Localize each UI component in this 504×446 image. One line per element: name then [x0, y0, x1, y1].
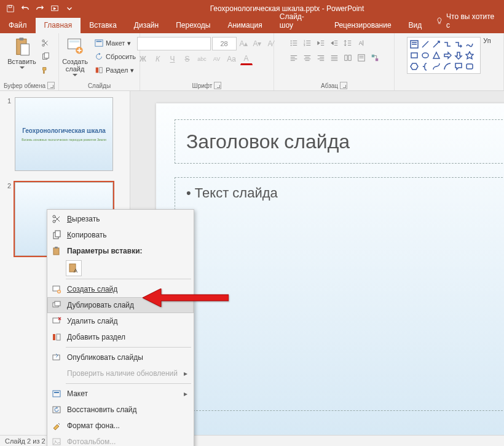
format-painter-button[interactable] — [39, 64, 52, 76]
ctx-copy[interactable]: Копировать — [47, 227, 194, 243]
shape-curve-icon[interactable] — [431, 61, 442, 72]
copy-button[interactable] — [39, 50, 52, 63]
new-slide-button[interactable]: Создать слайд — [60, 37, 90, 76]
duplicate-icon — [51, 300, 62, 311]
ctx-check-updates: Проверить наличие обновлений ▸ — [47, 365, 194, 381]
section-button[interactable]: Раздел▾ — [92, 64, 138, 76]
tab-review[interactable]: Рецензирование — [326, 18, 400, 33]
font-name-combo[interactable] — [137, 37, 211, 50]
shape-action-icon[interactable] — [464, 61, 475, 72]
align-center-button[interactable] — [301, 52, 313, 64]
layout-button[interactable]: Макет▾ — [92, 37, 138, 49]
photo-album-icon — [51, 436, 62, 446]
svg-rect-4 — [20, 44, 29, 55]
shape-arc-icon[interactable] — [442, 61, 453, 72]
svg-rect-27 — [411, 53, 417, 58]
font-size-combo[interactable]: 28 — [212, 37, 237, 50]
svg-rect-60 — [53, 391, 60, 397]
shape-elbow-arrow-icon[interactable] — [453, 39, 464, 50]
paragraph-dialog-launcher[interactable] — [340, 82, 347, 89]
smartart-button[interactable] — [369, 52, 381, 64]
qat-customize-button[interactable] — [63, 2, 76, 15]
ctx-delete-slide[interactable]: Удалить слайд — [47, 313, 194, 329]
columns-button[interactable] — [342, 52, 354, 64]
increase-font-button[interactable]: A▴ — [238, 38, 250, 50]
shape-free-line-icon[interactable] — [464, 39, 475, 50]
align-left-button[interactable] — [288, 52, 300, 64]
tab-view[interactable]: Вид — [400, 18, 431, 33]
ribbon-tabs: Файл Главная Вставка Дизайн Переходы Ани… — [0, 17, 504, 33]
paste-button[interactable]: Вставить — [7, 37, 37, 69]
bullets-button[interactable] — [288, 37, 300, 49]
bold-button[interactable]: Ж — [137, 53, 149, 65]
tab-slideshow[interactable]: Слайд-шоу — [271, 9, 326, 33]
svg-rect-15 — [100, 68, 102, 73]
ctx-restore-slide[interactable]: Восстановить слайд — [47, 402, 194, 418]
underline-button[interactable]: Ч — [167, 53, 179, 65]
ctx-publish-slides[interactable]: Опубликовать слайды — [47, 349, 194, 365]
shape-brace-icon[interactable] — [420, 61, 431, 72]
svg-rect-10 — [69, 41, 79, 42]
ctx-format-background[interactable]: Формат фона... — [47, 418, 194, 434]
align-text-button[interactable] — [355, 52, 368, 64]
shape-down-arrow-icon[interactable] — [453, 50, 464, 61]
tab-design[interactable]: Дизайн — [125, 18, 167, 33]
numbering-button[interactable]: 123 — [301, 37, 313, 49]
start-from-beginning-button[interactable] — [48, 2, 61, 15]
delete-icon — [51, 316, 62, 327]
reset-button[interactable]: Сбросить — [92, 50, 138, 63]
save-button[interactable] — [4, 2, 17, 15]
thumbnail-1-preview[interactable]: Геохронологическая шкала Восемь основных… — [15, 97, 113, 171]
new-slide-icon — [51, 284, 62, 295]
tab-home[interactable]: Главная — [36, 18, 81, 33]
ctx-add-section[interactable]: Добавить раздел — [47, 329, 194, 345]
undo-button[interactable] — [18, 2, 32, 15]
title-placeholder[interactable]: Заголовок слайда — [175, 119, 504, 164]
tab-animations[interactable]: Анимация — [219, 18, 270, 33]
tell-me-search[interactable]: Что вы хотите с — [430, 12, 504, 33]
section-icon — [51, 332, 62, 343]
svg-rect-8 — [44, 53, 49, 58]
font-color-button[interactable]: A — [240, 53, 253, 65]
text-direction-button[interactable]: A — [355, 37, 368, 49]
change-case-button[interactable]: Aa — [226, 53, 238, 65]
shape-connector-icon[interactable] — [442, 39, 453, 50]
decrease-font-button[interactable]: A▾ — [251, 38, 264, 50]
decrease-indent-button[interactable] — [315, 37, 327, 49]
shape-rect-icon[interactable] — [409, 50, 420, 61]
justify-button[interactable] — [328, 52, 341, 64]
align-right-button[interactable] — [315, 52, 327, 64]
ribbon: Вставить Буфер обмена Создать слайд Маке… — [0, 33, 504, 91]
shape-callout-icon[interactable] — [453, 61, 464, 72]
tab-insert[interactable]: Вставка — [81, 18, 125, 33]
text-shadow-button[interactable]: abc — [196, 53, 208, 65]
clipboard-dialog-launcher[interactable] — [47, 82, 55, 89]
strikethrough-button[interactable]: S — [181, 53, 194, 65]
font-dialog-launcher[interactable] — [214, 82, 221, 89]
svg-rect-57 — [53, 334, 55, 340]
italic-button[interactable]: К — [152, 53, 164, 65]
tab-transitions[interactable]: Переходы — [167, 18, 219, 33]
shape-hexagon-icon[interactable] — [409, 61, 420, 72]
char-spacing-button[interactable]: AV — [211, 53, 223, 65]
shape-line-icon[interactable] — [420, 39, 431, 50]
arrange-button[interactable]: Уп — [483, 37, 490, 44]
shape-right-arrow-icon[interactable] — [442, 50, 453, 61]
line-spacing-button[interactable] — [342, 37, 354, 49]
redo-button[interactable] — [33, 2, 47, 15]
tab-file[interactable]: Файл — [0, 18, 36, 33]
increase-indent-button[interactable] — [328, 37, 341, 49]
paste-keep-formatting-button[interactable]: A — [66, 260, 82, 276]
ctx-cut[interactable]: Вырезать — [47, 211, 194, 227]
shape-star-icon[interactable] — [464, 50, 475, 61]
shape-oval-icon[interactable] — [420, 50, 431, 61]
cut-button[interactable] — [39, 37, 52, 49]
shape-triangle-icon[interactable] — [431, 50, 442, 61]
ctx-layout[interactable]: Макет ▸ — [47, 386, 194, 402]
slide-canvas[interactable]: Заголовок слайда Текст слайда — [156, 103, 504, 435]
thumbnail-1[interactable]: 1 Геохронологическая шкала Восемь основн… — [5, 97, 125, 171]
group-font-label: Шрифт — [192, 82, 213, 89]
shapes-gallery[interactable] — [407, 37, 481, 74]
shape-textbox-icon[interactable] — [409, 39, 420, 50]
shape-arrow-line-icon[interactable] — [431, 39, 442, 50]
